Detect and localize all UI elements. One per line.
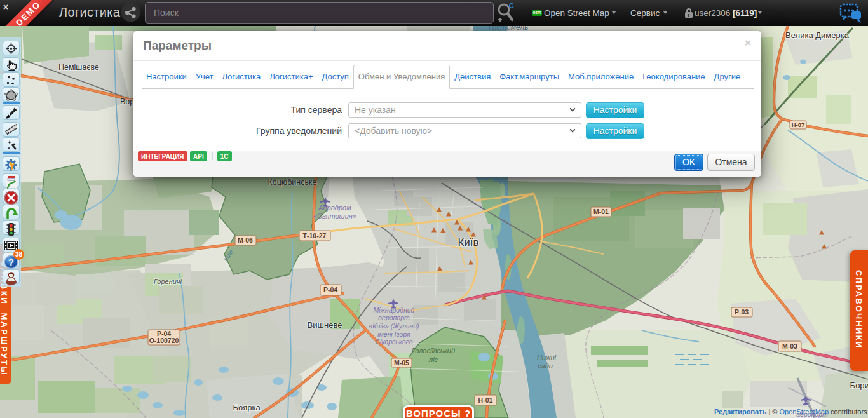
svg-text:сади: сади bbox=[538, 362, 553, 370]
svg-text:М-01: М-01 bbox=[593, 208, 609, 215]
svg-text:Гореничі: Гореничі bbox=[154, 278, 182, 285]
svg-text:М-05: М-05 bbox=[394, 359, 409, 367]
svg-text:Велика Димерка: Велика Димерка bbox=[785, 30, 850, 40]
svg-text:Р-03: Р-03 bbox=[735, 308, 749, 316]
svg-text:Боярка: Боярка bbox=[233, 403, 261, 412]
svg-text:Коцюбинське: Коцюбинське bbox=[268, 178, 316, 187]
svg-text:аеропорт: аеропорт bbox=[378, 314, 410, 321]
svg-text:Нижні: Нижні bbox=[537, 354, 557, 361]
svg-text:G: G bbox=[509, 3, 514, 10]
svg-text:Київ: Київ bbox=[458, 236, 478, 248]
svg-text:Т-10-27: Т-10-27 bbox=[303, 232, 327, 239]
svg-text:Н-07: Н-07 bbox=[792, 121, 805, 128]
svg-text:Н-01: Н-01 bbox=[478, 396, 493, 404]
svg-text:М-06: М-06 bbox=[238, 236, 253, 244]
svg-text:Міжнародний: Міжнародний bbox=[374, 306, 415, 314]
svg-text:Аеродром: Аеродром bbox=[318, 204, 351, 212]
svg-text:ліс: ліс bbox=[428, 356, 438, 363]
svg-text:Сікорського: Сікорського bbox=[375, 338, 412, 346]
svg-text:?: ? bbox=[8, 257, 14, 267]
svg-text:О-100720: О-100720 bbox=[149, 337, 179, 344]
svg-text:«Київ» (Жуляни): «Київ» (Жуляни) bbox=[369, 322, 419, 330]
svg-text:імені Ігоря: імені Ігоря bbox=[377, 330, 410, 338]
svg-text:Немішаєве: Немішаєве bbox=[58, 63, 99, 72]
svg-text:«Святошин»: «Святошин» bbox=[313, 212, 356, 220]
svg-text:Р-04: Р-04 bbox=[323, 286, 337, 293]
svg-text:Борис: Борис bbox=[850, 381, 868, 390]
svg-text:Вишневе: Вишневе bbox=[308, 320, 342, 330]
svg-text:М-03: М-03 bbox=[782, 342, 797, 350]
svg-text:Голосіївський: Голосіївський bbox=[412, 347, 455, 354]
